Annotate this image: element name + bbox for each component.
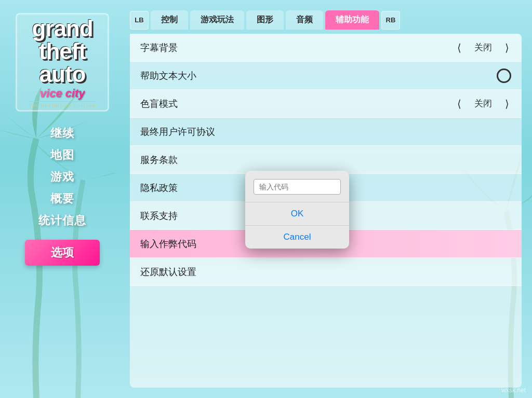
dialog-overlay: OK Cancel	[0, 0, 532, 398]
dialog-ok-button[interactable]: OK	[245, 202, 349, 226]
dialog-buttons: OK Cancel	[245, 202, 349, 249]
dialog-box: OK Cancel	[245, 171, 349, 249]
cheat-code-input[interactable]	[254, 179, 341, 195]
dialog-cancel-button[interactable]: Cancel	[245, 226, 349, 249]
